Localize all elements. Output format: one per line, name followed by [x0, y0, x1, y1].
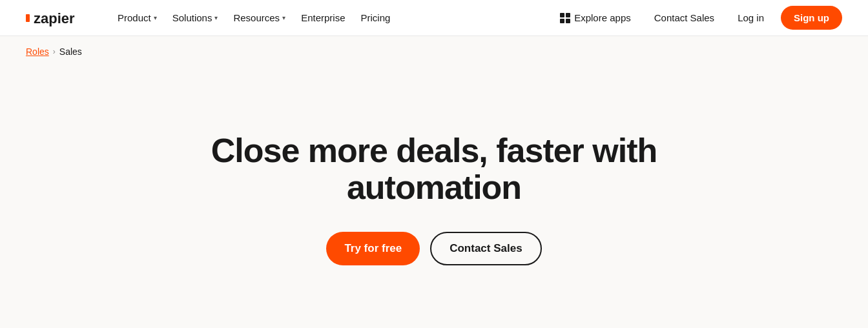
hero-buttons: Try for free Contact Sales — [326, 232, 541, 265]
hero-section: Close more deals, faster with automation… — [0, 57, 868, 328]
navbar: zapier Product ▾ Solutions ▾ Resources ▾… — [0, 0, 868, 36]
logo-link[interactable]: zapier — [26, 9, 90, 27]
breadcrumb-current: Sales — [59, 46, 82, 57]
chevron-down-icon: ▾ — [154, 14, 157, 21]
chevron-down-icon: ▾ — [282, 14, 285, 21]
nav-right: Explore apps Contact Sales Log in Sign u… — [553, 6, 842, 30]
chevron-down-icon: ▾ — [214, 14, 218, 21]
grid-icon — [560, 13, 570, 23]
nav-links: Product ▾ Solutions ▾ Resources ▾ Enterp… — [111, 8, 553, 27]
signup-button[interactable]: Sign up — [781, 6, 842, 30]
explore-apps-button[interactable]: Explore apps — [553, 8, 637, 27]
nav-enterprise[interactable]: Enterprise — [294, 8, 351, 27]
contact-sales-nav-link[interactable]: Contact Sales — [648, 8, 721, 27]
zapier-logo: zapier — [26, 9, 90, 27]
contact-sales-button[interactable]: Contact Sales — [430, 232, 541, 265]
breadcrumb-separator: › — [53, 47, 56, 56]
breadcrumb: Roles › Sales — [0, 36, 868, 57]
svg-text:zapier: zapier — [34, 10, 75, 26]
nav-solutions[interactable]: Solutions ▾ — [166, 8, 225, 27]
login-button[interactable]: Log in — [731, 8, 770, 27]
hero-title: Close more deals, faster with automation — [208, 132, 660, 206]
try-for-free-button[interactable]: Try for free — [326, 232, 420, 265]
breadcrumb-parent-link[interactable]: Roles — [26, 46, 49, 57]
svg-rect-0 — [26, 14, 30, 22]
nav-resources[interactable]: Resources ▾ — [227, 8, 292, 27]
main-content: Roles › Sales Close more deals, faster w… — [0, 36, 868, 328]
nav-pricing[interactable]: Pricing — [355, 8, 397, 27]
nav-product[interactable]: Product ▾ — [111, 8, 163, 27]
